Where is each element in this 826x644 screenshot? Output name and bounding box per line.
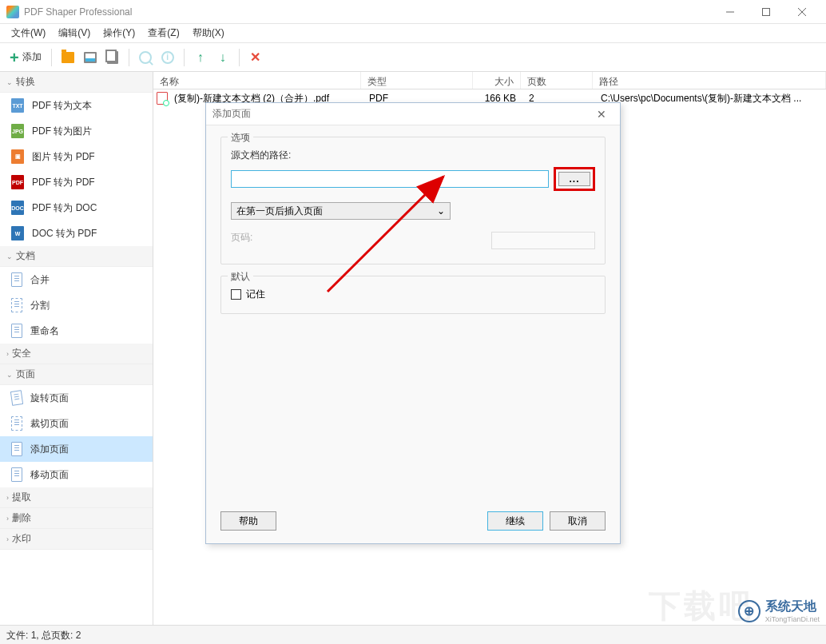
rename-icon [11, 324, 22, 338]
cancel-button[interactable]: 取消 [550, 511, 606, 531]
column-type[interactable]: 类型 [361, 72, 473, 89]
brand-sub: XiTongTianDi.net [765, 615, 820, 623]
open-folder-button[interactable] [58, 48, 77, 67]
separator [51, 49, 52, 66]
sidebar: ⌄转换 TXTPDF 转为文本 JPGPDF 转为图片 ▣图片 转为 PDF P… [0, 72, 153, 625]
options-legend: 选项 [228, 131, 253, 145]
section-convert[interactable]: ⌄转换 [0, 72, 153, 93]
sidebar-item-label: 裁切页面 [30, 417, 69, 431]
image-button[interactable] [81, 48, 100, 67]
continue-button[interactable]: 继续 [487, 511, 543, 531]
separator [239, 49, 240, 66]
remember-checkbox[interactable] [231, 289, 241, 300]
sidebar-item-doc-to-pdf[interactable]: WDOC 转为 PDF [0, 221, 153, 246]
source-path-label: 源文档的路径: [231, 149, 595, 162]
split-icon [11, 298, 22, 312]
source-path-input[interactable] [231, 170, 549, 188]
sidebar-item-image-to-pdf[interactable]: ▣图片 转为 PDF [0, 144, 153, 169]
remember-row[interactable]: 记住 [231, 288, 595, 301]
insert-mode-select[interactable]: 在第一页后插入页面 ⌄ [231, 202, 451, 220]
add-page-icon [11, 442, 22, 456]
column-size[interactable]: 大小 [473, 72, 521, 89]
menu-file[interactable]: 文件(W) [5, 24, 52, 42]
copy-button[interactable] [103, 48, 122, 67]
move-up-button[interactable]: ↑ [191, 48, 210, 67]
section-pages[interactable]: ⌄页面 [0, 364, 153, 385]
document-icon [11, 272, 22, 287]
section-watermark[interactable]: ›水印 [0, 529, 153, 550]
column-pages[interactable]: 页数 [521, 72, 593, 89]
window-controls [712, 1, 820, 23]
section-delete-label: 删除 [12, 511, 31, 525]
add-button[interactable]: + 添加 [6, 48, 45, 67]
chevron-right-icon: › [6, 494, 9, 502]
doc-icon: DOC [11, 201, 24, 215]
dialog-body: 选项 源文档的路径: ... 在第一页后插入页面 ⌄ 页码: 默认 记住 [206, 125, 620, 336]
add-button-label: 添加 [22, 50, 42, 64]
section-pages-label: 页面 [16, 368, 35, 381]
chevron-right-icon: › [6, 535, 9, 543]
sidebar-item-add-pages[interactable]: 添加页面 [0, 436, 153, 462]
brand-watermark: ⊕ 系统天地 XiTongTianDi.net [738, 598, 820, 623]
sidebar-item-label: 添加页面 [30, 443, 69, 456]
chevron-right-icon: › [6, 350, 9, 358]
section-document[interactable]: ⌄文档 [0, 246, 153, 267]
menu-view[interactable]: 查看(Z) [141, 24, 185, 42]
copy-icon [107, 51, 118, 64]
sidebar-item-pdf-to-pdf[interactable]: PDFPDF 转为 PDF [0, 169, 153, 195]
sidebar-item-merge[interactable]: 合并 [0, 267, 153, 292]
word-icon: W [11, 226, 24, 241]
browse-button[interactable]: ... [558, 172, 590, 186]
section-delete[interactable]: ›删除 [0, 508, 153, 529]
sidebar-item-split[interactable]: 分割 [0, 292, 153, 318]
sidebar-item-pdf-to-text[interactable]: TXTPDF 转为文本 [0, 93, 153, 118]
x-icon: ✕ [250, 50, 260, 65]
add-pages-dialog: 添加页面 ✕ 选项 源文档的路径: ... 在第一页后插入页面 ⌄ 页码: 默认 [205, 102, 621, 544]
menu-action[interactable]: 操作(Y) [97, 24, 141, 42]
sidebar-item-crop-pages[interactable]: 裁切页面 [0, 411, 153, 436]
default-fieldset: 默认 记住 [220, 276, 606, 314]
arrow-down-icon: ↓ [220, 50, 226, 65]
menu-help[interactable]: 帮助(X) [186, 24, 231, 42]
sidebar-item-label: 重命名 [30, 324, 59, 338]
section-document-label: 文档 [16, 249, 35, 263]
chevron-down-icon: ⌄ [437, 205, 445, 217]
maximize-button[interactable] [748, 1, 784, 23]
app-logo-icon [6, 6, 19, 18]
brand-logo-icon: ⊕ [738, 600, 760, 622]
chevron-down-icon: ⌄ [6, 78, 13, 86]
info-button[interactable]: i [158, 48, 177, 67]
search-icon [139, 51, 152, 64]
plus-icon: + [10, 50, 19, 66]
move-down-button[interactable]: ↓ [213, 48, 232, 67]
sidebar-item-pdf-to-doc[interactable]: DOCPDF 转为 DOC [0, 195, 153, 221]
search-button[interactable] [136, 48, 155, 67]
status-text: 文件: 1, 总页数: 2 [6, 630, 81, 641]
section-extract[interactable]: ›提取 [0, 487, 153, 508]
default-legend: 默认 [228, 270, 253, 284]
browse-highlight: ... [554, 167, 595, 191]
sidebar-item-pdf-to-image[interactable]: JPGPDF 转为图片 [0, 118, 153, 144]
minimize-button[interactable] [712, 1, 748, 23]
help-button[interactable]: 帮助 [220, 511, 276, 531]
sidebar-item-label: PDF 转为 PDF [32, 176, 95, 189]
menu-edit[interactable]: 编辑(V) [52, 24, 97, 42]
brand-text: 系统天地 XiTongTianDi.net [765, 598, 820, 623]
remove-button[interactable]: ✕ [246, 48, 265, 67]
sidebar-item-label: 合并 [30, 273, 50, 287]
dialog-close-button[interactable]: ✕ [590, 105, 614, 123]
sidebar-item-label: PDF 转为图片 [32, 125, 92, 138]
sidebar-item-move-pages[interactable]: 移动页面 [0, 462, 153, 487]
close-button[interactable] [784, 1, 820, 23]
column-path[interactable]: 路径 [593, 72, 826, 89]
spacer [276, 511, 487, 531]
statusbar: 文件: 1, 总页数: 2 [0, 625, 826, 644]
section-security[interactable]: ›安全 [0, 344, 153, 364]
sidebar-item-rename[interactable]: 重命名 [0, 318, 153, 344]
sidebar-item-label: 图片 转为 PDF [32, 150, 95, 164]
column-name[interactable]: 名称 [153, 72, 361, 89]
pdf-icon: PDF [11, 175, 24, 189]
chevron-right-icon: › [6, 515, 9, 523]
sidebar-item-rotate-pages[interactable]: 旋转页面 [0, 385, 153, 411]
titlebar: PDF Shaper Professional [0, 0, 826, 24]
